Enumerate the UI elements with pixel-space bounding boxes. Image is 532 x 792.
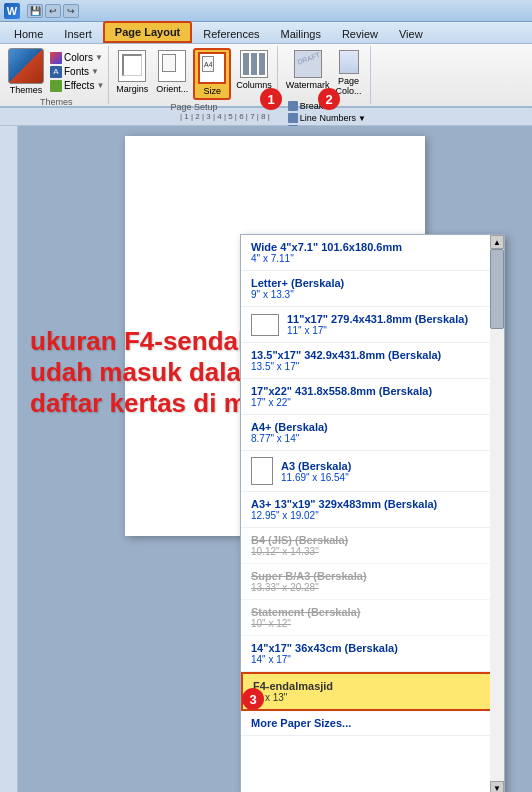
page-color-button[interactable]: PageColo... — [334, 48, 364, 98]
scrollbar-up-button[interactable]: ▲ — [490, 235, 504, 249]
redo-button[interactable]: ↪ — [63, 4, 79, 18]
themes-group-label: Themes — [8, 97, 104, 107]
size-dropdown-list[interactable]: Wide 4"x7.1" 101.6x180.6mm 4" x 7.11" Le… — [241, 235, 504, 792]
size-item-superb[interactable]: Super B/A3 (Berskala) 13.33" x 20.28" — [241, 564, 504, 600]
tab-home[interactable]: Home — [4, 25, 53, 43]
ribbon-tabs: Home Insert Page Layout References Maili… — [0, 22, 532, 44]
size-item-statement[interactable]: Statement (Berskala) 10" x 12" — [241, 600, 504, 636]
badge-1: 1 — [260, 88, 282, 110]
size-item-a3plus[interactable]: A3+ 13"x19" 329x483mm (Berskala) 12.95" … — [241, 492, 504, 528]
size-label: Size — [204, 86, 222, 96]
page-setup-group: Margins Orient... A4 Size — [111, 46, 278, 104]
title-bar-icons: W 💾 ↩ ↪ — [4, 3, 79, 19]
size-item-135x17[interactable]: 13.5"x17" 342.9x431.8mm (Berskala) 13.5"… — [241, 343, 504, 379]
undo-button[interactable]: ↩ — [45, 4, 61, 18]
page-color-icon — [339, 50, 359, 74]
line-numbers-icon — [288, 113, 298, 123]
breaks-icon — [288, 101, 298, 111]
tab-mailings[interactable]: Mailings — [271, 25, 331, 43]
colors-button[interactable]: Colors ▼ — [50, 51, 104, 65]
line-numbers-label: Line Numbers — [300, 113, 356, 123]
size-item-17x22[interactable]: 17"x22" 431.8x558.8mm (Berskala) 17" x 2… — [241, 379, 504, 415]
effects-icon — [50, 80, 62, 92]
size-dropdown[interactable]: Wide 4"x7.1" 101.6x180.6mm 4" x 7.11" Le… — [240, 234, 505, 792]
fonts-label: Fonts — [64, 66, 89, 77]
title-bar: W 💾 ↩ ↪ — [0, 0, 532, 22]
margins-label: Margins — [116, 84, 148, 94]
orientation-label: Orient... — [156, 84, 188, 94]
tab-insert[interactable]: Insert — [54, 25, 102, 43]
tab-references[interactable]: References — [193, 25, 269, 43]
themes-group: Themes Colors ▼ A Fonts ▼ Effects ▼ — [4, 46, 109, 104]
tab-page-layout[interactable]: Page Layout — [103, 21, 192, 43]
paper-portrait-icon — [251, 457, 273, 485]
themes-sidebar: Colors ▼ A Fonts ▼ Effects ▼ — [50, 51, 104, 93]
badge-2: 2 — [318, 88, 340, 110]
size-item-wide[interactable]: Wide 4"x7.1" 101.6x180.6mm 4" x 7.11" — [241, 235, 504, 271]
size-item-f4[interactable]: F4-endalmasjid 8" x 13" — [241, 672, 504, 711]
size-item-14x17[interactable]: 14"x17" 36x43cm (Berskala) 14" x 17" — [241, 636, 504, 672]
margins-button[interactable]: Margins — [113, 48, 151, 96]
effects-label: Effects — [64, 80, 94, 91]
page-color-label: PageColo... — [336, 76, 362, 96]
effects-button[interactable]: Effects ▼ — [50, 79, 104, 93]
save-button[interactable]: 💾 — [27, 4, 43, 18]
margins-icon — [118, 50, 146, 82]
scrollbar-thumb[interactable] — [490, 249, 504, 329]
size-item-more[interactable]: More Paper Sizes... — [241, 711, 504, 736]
orientation-button[interactable]: Orient... — [153, 48, 191, 96]
size-item-b4[interactable]: B4 (JIS) (Berskala) 10.12" x 14.33" — [241, 528, 504, 564]
themes-button[interactable]: Themes — [8, 48, 44, 95]
title-actions: 💾 ↩ ↪ — [27, 4, 79, 18]
fonts-icon: A — [50, 66, 62, 78]
fonts-button[interactable]: A Fonts ▼ — [50, 65, 104, 79]
size-item-letterplus[interactable]: Letter+ (Berskala) 9" x 13.3" — [241, 271, 504, 307]
themes-label: Themes — [10, 85, 43, 95]
page-setup-content: Margins Orient... A4 Size — [113, 46, 275, 100]
size-button[interactable]: A4 Size — [193, 48, 231, 100]
size-item-11x17[interactable]: 11"x17" 279.4x431.8mm (Berskala) 11" x 1… — [241, 307, 504, 343]
tab-view[interactable]: View — [389, 25, 433, 43]
scrollbar-down-button[interactable]: ▼ — [490, 781, 504, 792]
size-item-a3[interactable]: A3 (Berskala) 11.69" x 16.54" — [241, 451, 504, 492]
word-icon: W — [4, 3, 20, 19]
left-ruler — [0, 126, 18, 792]
size-icon: A4 — [198, 52, 226, 84]
orientation-icon — [158, 50, 186, 82]
tab-review[interactable]: Review — [332, 25, 388, 43]
ruler: | 1 | 2 | 3 | 4 | 5 | 6 | 7 | 8 | — [0, 108, 532, 126]
main-area: ukuran F4-sendalmasjid udah masuk dalam … — [0, 126, 532, 792]
columns-icon — [240, 50, 268, 78]
dropdown-scrollbar[interactable]: ▲ ▼ — [490, 235, 504, 792]
columns-button[interactable]: Columns — [233, 48, 275, 92]
size-item-a4plus[interactable]: A4+ (Berskala) 8.77" x 14" — [241, 415, 504, 451]
paper-landscape-icon — [251, 314, 279, 336]
colors-label: Colors — [64, 52, 93, 63]
page-setup-group-label: Page Setup — [171, 102, 218, 112]
line-numbers-button[interactable]: Line Numbers ▼ — [288, 112, 366, 124]
watermark-icon: DRAFT — [294, 50, 322, 78]
themes-icon — [8, 48, 44, 84]
colors-icon — [50, 52, 62, 64]
badge-3: 3 — [242, 688, 264, 710]
